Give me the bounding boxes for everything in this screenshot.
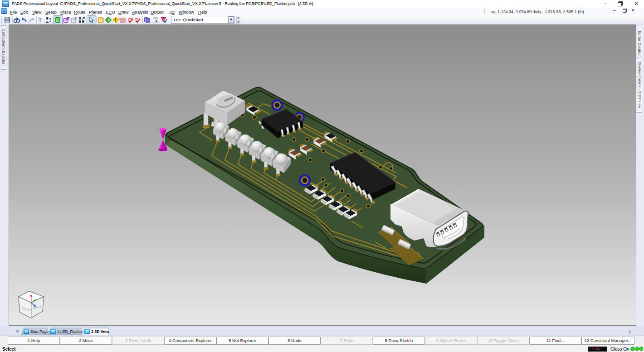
svg-text:1:LED_Flasher: 1:LED_Flasher	[57, 329, 83, 334]
svg-text:DRC: DRC	[119, 17, 126, 20]
svg-text:2:3D View: 2:3D View	[91, 329, 109, 334]
svg-text:Start Page: Start Page	[30, 329, 49, 334]
